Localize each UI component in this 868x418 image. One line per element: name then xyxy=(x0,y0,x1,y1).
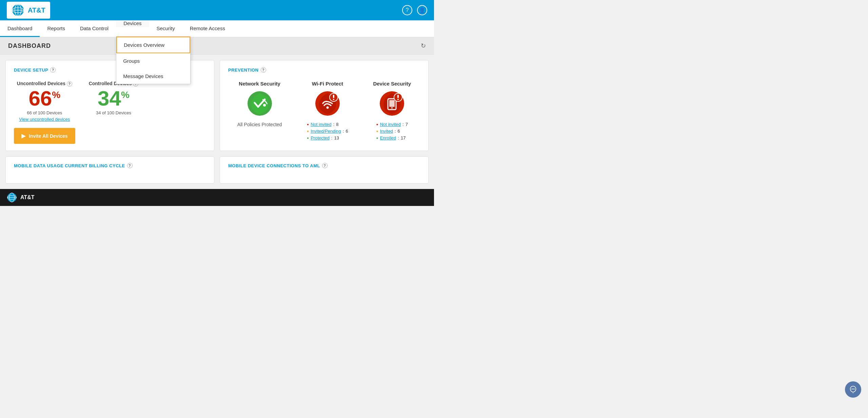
protected-link[interactable]: Protected xyxy=(311,135,330,140)
device-security-icon xyxy=(378,90,406,117)
wifi-not-invited: ● Not invited: 8 xyxy=(307,122,348,127)
nav-item-devices[interactable]: Devices xyxy=(116,20,149,27)
wifi-protect-title: Wi-Fi Protect xyxy=(312,81,343,87)
svg-rect-10 xyxy=(333,95,334,98)
device-security-col: Device Security xyxy=(373,81,411,140)
not-invited-link[interactable]: Not invited xyxy=(311,122,331,127)
refresh-icon[interactable]: ↻ xyxy=(421,42,426,50)
device-enrolled-link[interactable]: Enrolled xyxy=(380,135,396,140)
wifi-protect-col: Wi-Fi Protect xyxy=(307,81,348,140)
wifi-invited-pending: ● Invited/Pending: 6 xyxy=(307,129,348,134)
dropdown-item-groups[interactable]: Groups xyxy=(116,53,190,69)
controlled-stat: Controlled Devices ? 34% 34 of 100 Devic… xyxy=(89,81,139,115)
logo-area: AT&T xyxy=(7,2,50,19)
device-enrolled: ● Enrolled: 17 xyxy=(376,135,408,140)
header: AT&T ? 👤 xyxy=(0,0,434,20)
mobile-data-card: MOBILE DATA USAGE CURRENT BILLING CYCLE … xyxy=(5,156,214,184)
uncontrolled-count: 66 of 100 Devices xyxy=(27,110,62,115)
uncontrolled-help-icon[interactable]: ? xyxy=(67,81,72,87)
dropdown-item-message-devices[interactable]: Message Devices xyxy=(116,69,190,84)
mobile-device-connections-title: MOBILE DEVICE CONNECTIONS TO AML ? xyxy=(228,163,420,168)
nav-bar: Dashboard Reports Data Control Devices D… xyxy=(0,20,434,37)
svg-point-18 xyxy=(397,99,399,100)
mobile-device-connections-card: MOBILE DEVICE CONNECTIONS TO AML ? xyxy=(220,156,429,184)
nav-item-reports[interactable]: Reports xyxy=(40,20,73,37)
att-globe-icon xyxy=(12,4,24,17)
cards-row: DEVICE SETUP ? Uncontrolled Devices ? 66… xyxy=(0,55,434,156)
nav-label-data-control: Data Control xyxy=(80,25,108,31)
footer: AT&T xyxy=(0,189,434,206)
invite-arrow-icon: ▶ xyxy=(21,133,25,139)
svg-rect-17 xyxy=(397,95,399,98)
device-setup-content: Uncontrolled Devices ? 66% 66 of 100 Dev… xyxy=(14,81,206,144)
dot-red-icon: ● xyxy=(307,122,309,126)
dot-green-icon: ● xyxy=(307,136,309,140)
uncontrolled-percent: 66% xyxy=(28,88,60,109)
nav-item-data-control[interactable]: Data Control xyxy=(73,20,116,37)
dropdown-item-devices-overview[interactable]: Devices Overview xyxy=(116,37,190,53)
device-not-invited: ● Not invited: 7 xyxy=(376,122,408,127)
page-content: DASHBOARD ↻ DEVICE SETUP ? Uncontrolled … xyxy=(0,37,434,189)
nav-label-dashboard: Dashboard xyxy=(7,25,32,31)
bottom-cards-row: MOBILE DATA USAGE CURRENT BILLING CYCLE … xyxy=(0,156,434,189)
svg-rect-14 xyxy=(389,100,395,107)
footer-logo-text: AT&T xyxy=(20,194,34,201)
nav-label-devices: Devices xyxy=(123,20,141,26)
prevention-help-icon[interactable]: ? xyxy=(261,67,266,73)
device-security-title: Device Security xyxy=(373,81,411,87)
network-security-icon xyxy=(246,90,273,117)
nav-item-remote-access[interactable]: Remote Access xyxy=(182,20,233,37)
uncontrolled-stat: Uncontrolled Devices ? 66% 66 of 100 Dev… xyxy=(14,81,75,144)
controlled-count: 34 of 100 Devices xyxy=(96,110,131,115)
device-security-stats: ● Not invited: 7 ● Invited: 6 ● Enrolled… xyxy=(376,122,408,140)
mobile-device-connections-help-icon[interactable]: ? xyxy=(322,163,328,168)
svg-point-6 xyxy=(263,104,266,107)
dot-red-icon-2: ● xyxy=(376,122,378,126)
dot-orange-icon: ● xyxy=(307,129,309,133)
prevention-title: PREVENTION ? xyxy=(228,67,420,73)
wifi-protect-icon xyxy=(314,90,341,117)
page-title: DASHBOARD xyxy=(8,42,51,50)
device-not-invited-link[interactable]: Not invited xyxy=(380,122,401,127)
header-icons: ? 👤 xyxy=(402,5,427,15)
prevention-card: PREVENTION ? Network Security All Polici… xyxy=(220,60,429,151)
wifi-protected: ● Protected: 13 xyxy=(307,135,348,140)
device-setup-help-icon[interactable]: ? xyxy=(50,67,56,73)
dot-orange-icon-2: ● xyxy=(376,129,378,133)
network-security-status: All Policies Protected xyxy=(237,122,282,127)
mobile-data-title: MOBILE DATA USAGE CURRENT BILLING CYCLE … xyxy=(14,163,206,168)
nav-label-remote-access: Remote Access xyxy=(190,25,225,31)
dot-green-icon-2: ● xyxy=(376,136,378,140)
nav-item-devices-wrapper: Devices Devices Overview Groups Message … xyxy=(116,20,149,37)
network-security-title: Network Security xyxy=(239,81,280,87)
user-icon[interactable]: 👤 xyxy=(417,5,427,15)
wifi-protect-stats: ● Not invited: 8 ● Invited/Pending: 6 ● … xyxy=(307,122,348,140)
invite-all-devices-button[interactable]: ▶ Invite All Devices xyxy=(14,128,75,144)
svg-point-15 xyxy=(391,107,393,109)
mobile-data-help-icon[interactable]: ? xyxy=(127,163,133,168)
dashboard-bar: DASHBOARD ↻ xyxy=(0,37,434,55)
device-invited-link[interactable]: Invited xyxy=(380,129,393,134)
nav-label-reports: Reports xyxy=(47,25,65,31)
view-uncontrolled-link[interactable]: View uncontrolled devices xyxy=(19,117,70,122)
network-security-col: Network Security All Policies Protected xyxy=(237,81,282,140)
invited-pending-link[interactable]: Invited/Pending xyxy=(311,129,341,134)
devices-dropdown: Devices Overview Groups Message Devices xyxy=(116,36,191,84)
nav-label-security: Security xyxy=(157,25,175,31)
nav-item-dashboard[interactable]: Dashboard xyxy=(0,20,40,37)
uncontrolled-label: Uncontrolled Devices ? xyxy=(17,81,72,87)
footer-globe-icon xyxy=(7,192,17,203)
nav-item-security[interactable]: Security xyxy=(149,20,182,37)
prevention-content: Network Security All Policies Protected … xyxy=(228,81,420,140)
logo-text: AT&T xyxy=(28,6,45,14)
help-icon[interactable]: ? xyxy=(402,5,412,15)
controlled-percent: 34% xyxy=(98,88,130,109)
device-invited: ● Invited: 6 xyxy=(376,129,408,134)
svg-point-8 xyxy=(326,107,329,109)
svg-point-11 xyxy=(333,99,334,100)
